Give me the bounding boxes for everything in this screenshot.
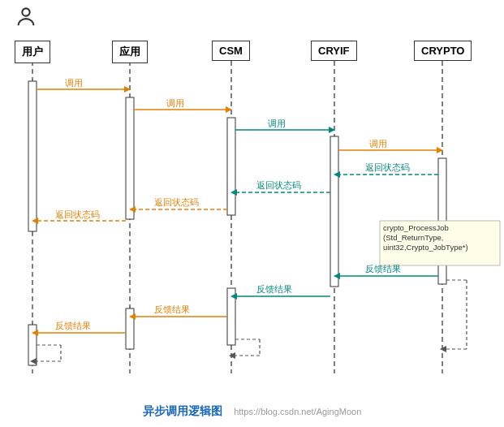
svg-rect-13 [438, 158, 446, 284]
svg-text:调用: 调用 [166, 98, 184, 108]
svg-text:crypto_ProcessJob: crypto_ProcessJob [383, 223, 449, 232]
svg-marker-30 [230, 189, 237, 196]
diagram-title: 异步调用逻辑图 [143, 404, 222, 417]
svg-marker-33 [129, 206, 136, 213]
footer-url: https://blog.csdn.net/AgingMoon [234, 407, 361, 416]
actor-cryif: CRYIF [311, 41, 357, 61]
svg-marker-65 [440, 346, 446, 352]
svg-marker-24 [437, 147, 443, 153]
svg-marker-57 [30, 358, 37, 364]
svg-rect-38 [380, 221, 500, 265]
svg-marker-49 [129, 313, 136, 320]
svg-text:返回状态码: 返回状态码 [365, 162, 410, 172]
svg-text:返回状态码: 返回状态码 [256, 180, 301, 190]
svg-text:调用: 调用 [268, 119, 286, 128]
actor-csm: CSM [212, 41, 250, 61]
svg-text:反馈结果: 反馈结果 [154, 304, 190, 314]
svg-text:调用: 调用 [369, 139, 387, 149]
footer: 异步调用逻辑图 https://blog.csdn.net/AgingMoon [0, 403, 504, 419]
svg-text:返回状态码: 返回状态码 [55, 209, 100, 219]
svg-marker-27 [334, 171, 340, 178]
actor-app: 应用 [112, 41, 148, 63]
sequence-diagram: 调用 调用 调用 调用 返回状态码 返回状态码 返回状态码 返回状态码 cryp… [0, 0, 504, 398]
svg-marker-18 [226, 106, 232, 113]
svg-rect-8 [126, 97, 134, 219]
svg-text:(Std_ReturnType,: (Std_ReturnType, [383, 233, 443, 242]
svg-point-0 [22, 8, 29, 15]
svg-marker-61 [229, 352, 235, 359]
actor-user: 用户 [15, 41, 50, 63]
svg-text:调用: 调用 [65, 78, 83, 88]
svg-rect-9 [126, 308, 134, 349]
svg-text:反馈结果: 反馈结果 [55, 321, 91, 330]
svg-rect-10 [227, 118, 235, 215]
svg-marker-43 [334, 273, 340, 279]
svg-text:uint32,Crypto_JobType*): uint32,Crypto_JobType*) [383, 243, 468, 252]
svg-text:返回状态码: 返回状态码 [154, 197, 199, 207]
svg-marker-15 [124, 86, 131, 93]
svg-marker-21 [329, 127, 335, 133]
svg-rect-12 [330, 136, 338, 287]
svg-rect-11 [227, 288, 235, 345]
svg-marker-46 [230, 293, 237, 300]
user-icon [15, 6, 37, 32]
svg-rect-6 [28, 81, 37, 231]
svg-text:反馈结果: 反馈结果 [365, 264, 401, 274]
svg-rect-7 [28, 325, 37, 365]
actor-crypto: CRYPTO [414, 41, 472, 61]
svg-marker-36 [32, 218, 38, 224]
svg-text:反馈结果: 反馈结果 [256, 284, 292, 294]
svg-marker-52 [32, 330, 38, 336]
